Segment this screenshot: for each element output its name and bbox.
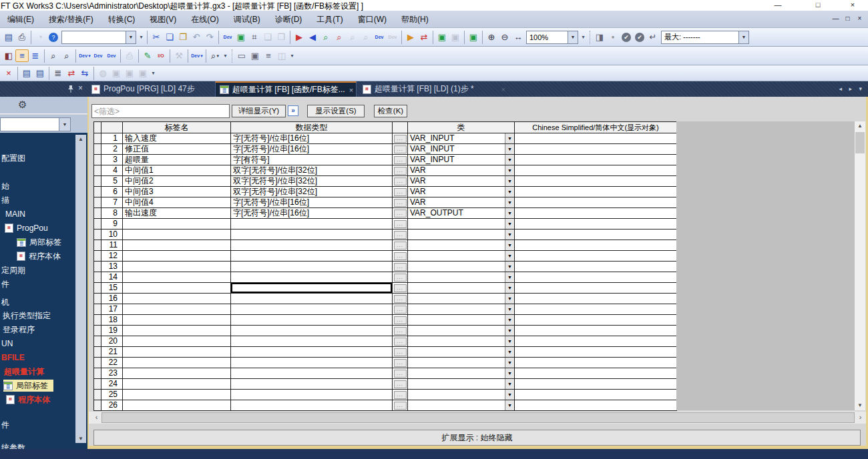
comment-cell[interactable] — [515, 358, 677, 368]
type-cell[interactable] — [231, 400, 393, 411]
type-cell[interactable] — [231, 230, 393, 240]
ellipsis-button[interactable]: ... — [394, 327, 407, 335]
chevron-down-icon[interactable]: ▼ — [738, 31, 748, 43]
device-find-red-icon[interactable]: ⌕ — [333, 31, 346, 43]
type-cell[interactable]: 双字[无符号]/位串[32位] — [231, 176, 393, 187]
type-cell[interactable] — [231, 326, 393, 336]
comment-cell[interactable] — [515, 262, 677, 272]
ellipsis-button[interactable]: ... — [394, 338, 407, 346]
class-cell[interactable]: ▼ — [408, 326, 515, 336]
scroll-right-icon[interactable]: › — [856, 412, 865, 424]
comment-cell[interactable] — [515, 400, 677, 411]
comment-cell[interactable] — [515, 368, 677, 379]
label-cell[interactable] — [123, 294, 231, 304]
find-window-icon[interactable]: ⌕ — [60, 49, 73, 62]
type-cell[interactable] — [231, 251, 393, 262]
type-cell[interactable] — [231, 358, 393, 368]
dev-find-icon[interactable]: Dev▾ — [78, 49, 91, 62]
class-cell[interactable]: ▼ — [408, 390, 515, 400]
tab-close-icon[interactable]: × — [497, 85, 505, 93]
max-combo[interactable]: 最大: -------▼ — [661, 31, 749, 44]
dev-batch-icon[interactable]: Dev — [105, 49, 118, 62]
toolbar-overflow-icon[interactable]: ▾ — [222, 53, 229, 59]
monitor-window2-icon[interactable]: ▣ — [123, 67, 136, 79]
window-frame-icon[interactable]: ▣ — [248, 49, 262, 62]
ellipsis-button[interactable]: ... — [394, 274, 407, 282]
tree-item-8[interactable]: 件 — [1, 278, 9, 290]
comment-cell[interactable] — [515, 165, 677, 176]
comment-cell[interactable] — [515, 176, 677, 187]
label-cell[interactable]: 输出速度 — [123, 208, 231, 219]
device-search-icon[interactable]: ⌕▾ — [208, 49, 222, 62]
ellipsis-button[interactable]: ... — [394, 242, 407, 250]
chevron-down-icon[interactable]: ▼ — [126, 31, 136, 43]
find-icon[interactable]: ⌕ — [47, 49, 60, 62]
class-cell[interactable]: ▼ — [408, 304, 515, 315]
type-cell[interactable] — [231, 390, 393, 400]
dropdown-arrow-icon[interactable]: ▼ — [505, 336, 514, 346]
monitor-stop-icon[interactable]: ▣ — [449, 31, 462, 43]
pin-icon[interactable] — [67, 85, 74, 95]
comment-cell[interactable] — [515, 197, 677, 208]
type-cell[interactable] — [231, 240, 393, 251]
dropdown-arrow-icon[interactable]: ▼ — [505, 347, 514, 357]
class-cell[interactable]: VAR▼ — [408, 187, 515, 197]
program-check-icon[interactable]: ◨ — [593, 31, 606, 43]
dropdown-arrow-icon[interactable]: ▼ — [505, 390, 514, 400]
convert-icon[interactable]: ▶ — [404, 31, 417, 43]
edit-mode-icon[interactable]: ✎ — [141, 49, 154, 62]
dev-comment-icon[interactable]: Dev — [373, 31, 386, 43]
window-list-icon[interactable]: ≡ — [262, 49, 275, 62]
comment-cell[interactable] — [515, 272, 677, 283]
class-cell[interactable]: VAR_INPUT▼ — [408, 133, 515, 144]
scroll-down-icon[interactable]: ▼ — [75, 436, 86, 442]
comment-cell[interactable] — [515, 336, 677, 347]
type-cell[interactable]: 字[有符号] — [231, 155, 393, 165]
label-cell[interactable] — [123, 368, 231, 379]
type-cell[interactable] — [231, 368, 393, 379]
ellipsis-button[interactable]: ... — [394, 220, 407, 228]
filter-input[interactable] — [91, 104, 230, 118]
label-cell[interactable] — [123, 283, 231, 294]
ellipsis-button[interactable]: ... — [394, 167, 407, 175]
dropdown-arrow-icon[interactable]: ▼ — [505, 400, 514, 410]
comment-cell[interactable] — [515, 379, 677, 390]
find-next-icon[interactable]: ⌕ — [359, 31, 373, 43]
tree-item-16[interactable]: ⌗程序本体 — [6, 394, 50, 406]
dropdown-arrow-icon[interactable]: ▼ — [505, 176, 514, 186]
tree-item-7[interactable]: 定周期 — [1, 264, 25, 276]
label-cell[interactable] — [123, 347, 231, 358]
dropdown-arrow-icon[interactable]: ▼ — [505, 251, 514, 261]
ellipsis-button[interactable]: ... — [394, 209, 407, 217]
ellipsis-button[interactable]: ... — [394, 177, 407, 185]
redo-icon[interactable]: ↷ — [203, 31, 216, 43]
tree-item-0[interactable]: 配置图 — [1, 152, 25, 164]
dropdown-arrow-icon[interactable]: ▼ — [505, 187, 514, 197]
toolbar-overflow-icon[interactable]: ▾ — [580, 34, 587, 40]
type-cell[interactable]: 双字[无符号]/位串[32位] — [231, 187, 393, 197]
class-cell[interactable]: ▼ — [408, 315, 515, 326]
print-icon[interactable]: ⎙ — [15, 31, 29, 43]
type-cell[interactable] — [231, 315, 393, 326]
gear-icon[interactable]: ⚙ — [18, 99, 27, 111]
tree-item-4[interactable]: ⌗ProgPou — [5, 222, 48, 234]
dropdown-arrow-icon[interactable]: ▼ — [505, 219, 514, 229]
tab-scroll-arrows-icon[interactable]: ◂ ▸ ▾ — [839, 85, 865, 92]
class-cell[interactable]: ▼ — [408, 358, 515, 368]
dropdown-arrow-icon[interactable]: ▼ — [505, 315, 514, 325]
label-cell[interactable]: 超喂量 — [123, 155, 231, 165]
comment-cell[interactable] — [515, 294, 677, 304]
type-cell[interactable] — [231, 347, 393, 358]
class-cell[interactable]: ▼ — [408, 368, 515, 379]
program-verify-icon[interactable]: ✔ — [633, 31, 646, 43]
tree-item-10[interactable]: 执行类型指定 — [3, 310, 51, 322]
toolbar-overflow-icon[interactable]: ▾ — [138, 34, 145, 40]
type-cell-selected[interactable] — [231, 283, 393, 294]
ellipsis-button[interactable]: ... — [394, 348, 407, 356]
page-back-icon[interactable]: ❏ — [261, 31, 274, 43]
extended-display-bar[interactable]: 扩展显示 : 始终隐藏 — [93, 430, 861, 446]
statement-display-icon[interactable]: ≣ — [29, 49, 42, 62]
tree-scrollbar[interactable]: ▲ ▼ — [75, 135, 86, 443]
ellipsis-button[interactable]: ... — [394, 391, 407, 399]
monitor-close-icon[interactable]: ▣ — [136, 67, 150, 79]
